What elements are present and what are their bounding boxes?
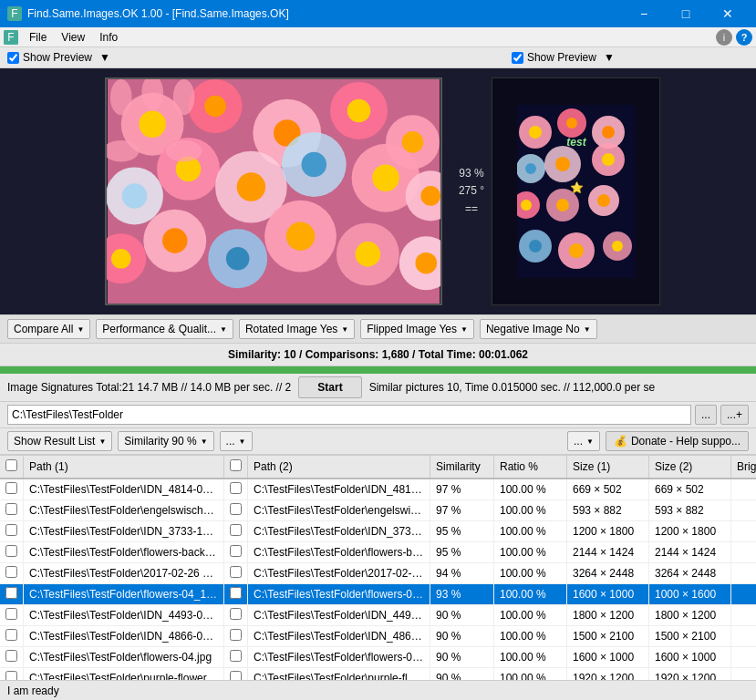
table-row[interactable]: C:\TestFiles\TestFolder\purple-flowers1.… [0,668,756,681]
row-checkbox2-5[interactable] [230,587,242,599]
row-checkbox1-2[interactable] [5,524,17,536]
row-ratio-1: 100.00 % [494,500,567,521]
row-size2-3: 2144 × 1424 [649,542,731,563]
row-checkbox2-8[interactable] [230,650,242,662]
row-check2-1[interactable] [224,500,248,521]
table-row[interactable]: C:\TestFiles\TestFolder\flowers-backgrou… [0,542,756,563]
table-row[interactable]: C:\TestFiles\TestFolder\IDN_3733-122615.… [0,521,756,542]
row-check1-7[interactable] [0,626,24,647]
show-result-dropdown[interactable]: Show Result List ▼ [7,431,112,451]
row-check2-8[interactable] [224,647,248,668]
row-check1-6[interactable] [0,605,24,626]
preview-right-label: Show Preview [527,51,596,64]
row-checkbox2-4[interactable] [230,566,242,578]
row-check2-3[interactable] [224,542,248,563]
donate-button[interactable]: 💰 Donate - Help suppo... [606,431,749,451]
table-row[interactable]: C:\TestFiles\TestFolder\engelswisch2.jpg… [0,500,756,521]
table-row[interactable]: C:\TestFiles\TestFolder\IDN_4814-06-0711… [0,479,756,500]
table-row[interactable]: C:\TestFiles\TestFolder\flowers-04_1.jpg… [0,584,756,605]
row-path1-6: C:\TestFiles\TestFolder\IDN_4493-07-0812… [24,605,224,626]
col-size1: Size (1) [567,456,649,479]
row-checkbox2-0[interactable] [230,482,242,494]
row-path1-7: C:\TestFiles\TestFolder\IDN_4866-09-1206… [24,626,224,647]
help-icon[interactable]: ? [736,29,752,46]
row-checkbox1-6[interactable] [5,608,17,620]
svg-point-34 [286,221,315,250]
preview-left-check[interactable]: Show Preview ▼ [7,51,110,64]
negative-arrow: ▼ [584,325,591,334]
table-row[interactable]: C:\TestFiles\TestFolder\IDN_4866-09-1206… [0,626,756,647]
row-similarity-4: 94 % [430,563,494,584]
similarity-pct-dropdown[interactable]: Similarity 90 % ▼ [118,431,213,451]
row-checkbox1-8[interactable] [5,650,17,662]
table-row[interactable]: C:\TestFiles\TestFolder\2017-02-26 011.J… [0,563,756,584]
row-check2-7[interactable] [224,626,248,647]
row-check2-6[interactable] [224,605,248,626]
row-check2-4[interactable] [224,563,248,584]
compare-dropdown[interactable]: Compare All ▼ [7,319,90,339]
menu-file[interactable]: File [22,27,54,47]
row-checkbox2-9[interactable] [230,671,242,680]
preview-left-checkbox[interactable] [7,52,19,64]
row-checkbox1-5[interactable] [5,587,17,599]
row-checkbox1-9[interactable] [5,671,17,680]
row-check1-4[interactable] [0,563,24,584]
compare-arrow: ▼ [77,325,84,334]
svg-point-58 [521,200,532,211]
svg-point-12 [347,99,371,123]
row-checkbox1-7[interactable] [5,629,17,641]
preview-right-check[interactable]: Show Preview ▼ [512,51,615,64]
minimize-button[interactable]: − [623,0,665,27]
menubar: F File View Info i ? [0,27,756,47]
row-checkbox2-1[interactable] [230,503,242,515]
select-all-2[interactable] [230,459,242,471]
performance-dropdown[interactable]: Performance & Qualit... ▼ [96,319,233,339]
row-checkbox1-3[interactable] [5,545,17,557]
row-similarity-2: 95 % [430,521,494,542]
row-check2-0[interactable] [224,479,248,500]
row-check2-9[interactable] [224,668,248,681]
more2-dropdown[interactable]: ... ▼ [567,431,600,451]
row-checkbox1-4[interactable] [5,566,17,578]
path-browse-button[interactable]: ... [695,405,717,425]
row-check2-2[interactable] [224,521,248,542]
svg-point-54 [555,157,570,171]
row-check1-5[interactable] [0,584,24,605]
preview-right-checkbox[interactable] [512,52,523,64]
row-size1-2: 1200 × 1800 [567,521,649,542]
donate-label: Donate - Help suppo... [631,435,740,448]
row-check2-5[interactable] [224,584,248,605]
row-check1-3[interactable] [0,542,24,563]
menu-app-icon: F [4,30,18,45]
row-checkbox2-7[interactable] [230,629,242,641]
negative-dropdown[interactable]: Negative Image No ▼ [480,319,597,339]
row-check1-8[interactable] [0,647,24,668]
close-button[interactable]: ✕ [707,0,749,27]
table-row[interactable]: C:\TestFiles\TestFolder\flowers-04.jpg C… [0,647,756,668]
row-check1-2[interactable] [0,521,24,542]
row-checkbox1-0[interactable] [5,482,17,494]
start-button[interactable]: Start [298,376,361,398]
row-checkbox2-2[interactable] [230,524,242,536]
row-size1-7: 1500 × 2100 [567,626,649,647]
menu-info[interactable]: Info [92,27,125,47]
more-dropdown[interactable]: ... ▼ [220,431,253,451]
row-size2-1: 593 × 882 [649,500,731,521]
path-add-button[interactable]: ...+ [720,405,749,425]
select-all-1[interactable] [5,459,17,471]
row-check1-0[interactable] [0,479,24,500]
menu-view[interactable]: View [54,27,92,47]
row-checkbox2-3[interactable] [230,545,242,557]
table-row[interactable]: C:\TestFiles\TestFolder\IDN_4493-07-0812… [0,605,756,626]
path-input[interactable] [7,405,691,425]
row-checkbox1-1[interactable] [5,503,17,515]
row-check1-9[interactable] [0,668,24,681]
flipped-dropdown[interactable]: Flipped Image Yes ▼ [360,319,474,339]
row-checkbox2-6[interactable] [230,608,242,620]
maximize-button[interactable]: □ [665,0,707,27]
svg-point-38 [415,252,437,274]
statusbar: I am ready [0,680,756,700]
row-ratio-4: 100.00 % [494,563,567,584]
row-check1-1[interactable] [0,500,24,521]
rotated-dropdown[interactable]: Rotated Image Yes ▼ [239,319,355,339]
